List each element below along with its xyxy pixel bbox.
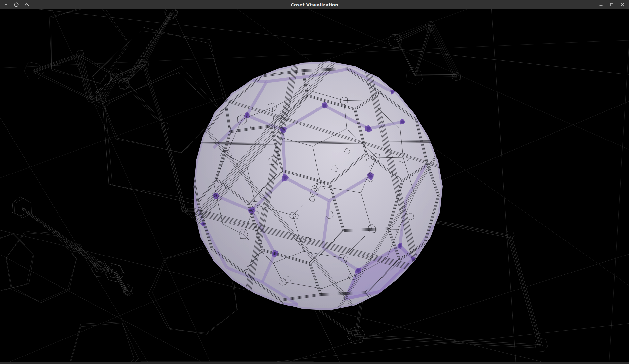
minimize-button[interactable] [597, 0, 605, 9]
circle-button[interactable] [13, 0, 20, 9]
chevron-up-button[interactable] [23, 0, 30, 9]
bottom-edge-bar [0, 362, 629, 364]
dot-icon [4, 3, 8, 6]
dot-button[interactable] [2, 0, 9, 9]
titlebar[interactable]: Coset Visualization [0, 0, 629, 9]
window-controls [594, 0, 626, 9]
minimize-icon [598, 2, 604, 7]
close-button[interactable] [619, 0, 626, 9]
window-title: Coset Visualization [291, 2, 338, 7]
maximize-button[interactable] [608, 0, 616, 9]
chevron-up-icon [24, 2, 29, 7]
titlebar-left-controls [2, 0, 34, 9]
close-icon [620, 2, 625, 7]
circle-icon [14, 2, 19, 7]
viewport [0, 9, 629, 362]
coset-3d-canvas[interactable] [0, 9, 629, 362]
maximize-icon [609, 2, 614, 7]
